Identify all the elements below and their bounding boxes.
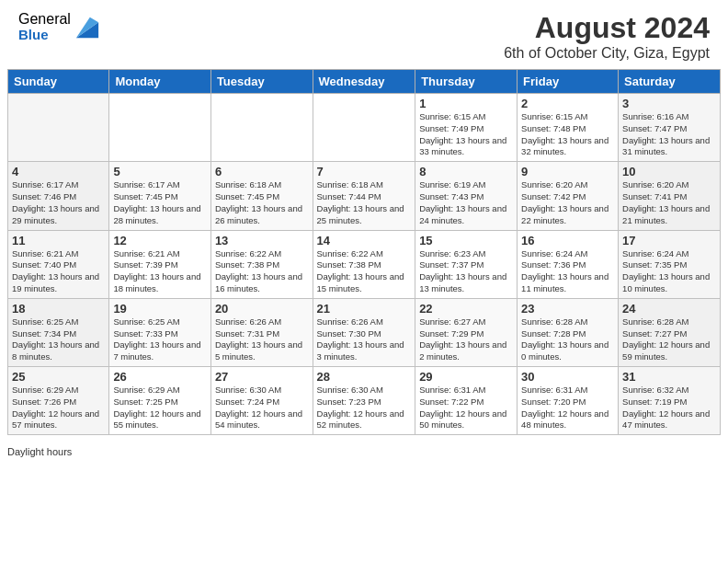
day-info: Sunrise: 6:25 AM Sunset: 7:34 PM Dayligh… — [12, 316, 105, 363]
table-row: 14Sunrise: 6:22 AM Sunset: 7:38 PM Dayli… — [313, 230, 415, 298]
day-info: Sunrise: 6:22 AM Sunset: 7:38 PM Dayligh… — [317, 248, 412, 295]
header-tuesday: Tuesday — [210, 70, 313, 94]
table-row: 10Sunrise: 6:20 AM Sunset: 7:41 PM Dayli… — [619, 162, 721, 230]
day-info: Sunrise: 6:26 AM Sunset: 7:30 PM Dayligh… — [317, 316, 412, 363]
header: General Blue August 2024 6th of October … — [0, 0, 728, 69]
calendar-week-row: 4Sunrise: 6:17 AM Sunset: 7:46 PM Daylig… — [8, 162, 721, 230]
day-info: Sunrise: 6:27 AM Sunset: 7:29 PM Dayligh… — [419, 316, 513, 363]
calendar-wrapper: Sunday Monday Tuesday Wednesday Thursday… — [0, 69, 728, 442]
table-row: 29Sunrise: 6:31 AM Sunset: 7:22 PM Dayli… — [415, 367, 518, 435]
day-number: 8 — [419, 165, 513, 178]
day-number: 13 — [215, 234, 309, 247]
sub-title: 6th of October City, Giza, Egypt — [504, 45, 710, 62]
table-row: 5Sunrise: 6:17 AM Sunset: 7:45 PM Daylig… — [109, 162, 211, 230]
calendar-week-row: 25Sunrise: 6:29 AM Sunset: 7:26 PM Dayli… — [8, 367, 721, 435]
table-row: 30Sunrise: 6:31 AM Sunset: 7:20 PM Dayli… — [518, 367, 619, 435]
table-row — [109, 94, 211, 162]
table-row: 13Sunrise: 6:22 AM Sunset: 7:38 PM Dayli… — [210, 230, 313, 298]
table-row: 18Sunrise: 6:25 AM Sunset: 7:34 PM Dayli… — [8, 298, 109, 366]
day-number: 31 — [622, 370, 716, 384]
table-row: 24Sunrise: 6:28 AM Sunset: 7:27 PM Dayli… — [619, 298, 721, 366]
day-info: Sunrise: 6:29 AM Sunset: 7:25 PM Dayligh… — [113, 385, 207, 431]
day-number: 28 — [317, 370, 412, 384]
calendar-week-row: 18Sunrise: 6:25 AM Sunset: 7:34 PM Dayli… — [8, 298, 721, 366]
calendar-week-row: 1Sunrise: 6:15 AM Sunset: 7:49 PM Daylig… — [8, 94, 721, 162]
header-friday: Friday — [518, 70, 619, 94]
day-info: Sunrise: 6:31 AM Sunset: 7:20 PM Dayligh… — [521, 385, 614, 431]
day-info: Sunrise: 6:20 AM Sunset: 7:42 PM Dayligh… — [521, 179, 614, 226]
day-info: Sunrise: 6:22 AM Sunset: 7:38 PM Dayligh… — [215, 248, 309, 295]
day-number: 30 — [521, 370, 614, 384]
logo-blue: Blue — [18, 28, 71, 43]
logo: General Blue — [18, 11, 100, 42]
calendar-header-row: Sunday Monday Tuesday Wednesday Thursday… — [8, 70, 721, 94]
table-row: 22Sunrise: 6:27 AM Sunset: 7:29 PM Dayli… — [415, 298, 518, 366]
table-row: 25Sunrise: 6:29 AM Sunset: 7:26 PM Dayli… — [8, 367, 109, 435]
table-row: 7Sunrise: 6:18 AM Sunset: 7:44 PM Daylig… — [313, 162, 415, 230]
day-info: Sunrise: 6:32 AM Sunset: 7:19 PM Dayligh… — [622, 385, 716, 431]
header-thursday: Thursday — [415, 70, 518, 94]
table-row: 27Sunrise: 6:30 AM Sunset: 7:24 PM Dayli… — [210, 367, 313, 435]
day-number: 12 — [113, 234, 207, 247]
day-info: Sunrise: 6:26 AM Sunset: 7:31 PM Dayligh… — [215, 316, 309, 363]
day-number: 23 — [521, 302, 614, 316]
table-row: 19Sunrise: 6:25 AM Sunset: 7:33 PM Dayli… — [109, 298, 211, 366]
day-number: 22 — [419, 302, 513, 316]
table-row: 11Sunrise: 6:21 AM Sunset: 7:40 PM Dayli… — [8, 230, 109, 298]
header-wednesday: Wednesday — [313, 70, 415, 94]
day-number: 24 — [622, 302, 716, 316]
day-info: Sunrise: 6:30 AM Sunset: 7:24 PM Dayligh… — [215, 385, 309, 431]
day-info: Sunrise: 6:23 AM Sunset: 7:37 PM Dayligh… — [419, 248, 513, 295]
day-number: 16 — [521, 234, 614, 247]
table-row — [313, 94, 415, 162]
day-number: 11 — [12, 234, 105, 247]
main-title: August 2024 — [504, 11, 710, 45]
day-info: Sunrise: 6:24 AM Sunset: 7:35 PM Dayligh… — [622, 248, 716, 295]
day-info: Sunrise: 6:31 AM Sunset: 7:22 PM Dayligh… — [419, 385, 513, 431]
header-saturday: Saturday — [619, 70, 721, 94]
table-row: 28Sunrise: 6:30 AM Sunset: 7:23 PM Dayli… — [313, 367, 415, 435]
table-row: 20Sunrise: 6:26 AM Sunset: 7:31 PM Dayli… — [210, 298, 313, 366]
table-row: 16Sunrise: 6:24 AM Sunset: 7:36 PM Dayli… — [518, 230, 619, 298]
day-info: Sunrise: 6:28 AM Sunset: 7:28 PM Dayligh… — [521, 316, 614, 363]
day-number: 18 — [12, 302, 105, 316]
logo-general: General — [18, 11, 71, 28]
table-row: 9Sunrise: 6:20 AM Sunset: 7:42 PM Daylig… — [518, 162, 619, 230]
table-row: 21Sunrise: 6:26 AM Sunset: 7:30 PM Dayli… — [313, 298, 415, 366]
day-info: Sunrise: 6:18 AM Sunset: 7:45 PM Dayligh… — [215, 179, 309, 226]
day-number: 29 — [419, 370, 513, 384]
day-number: 5 — [113, 165, 207, 178]
day-number: 17 — [622, 234, 716, 247]
table-row: 12Sunrise: 6:21 AM Sunset: 7:39 PM Dayli… — [109, 230, 211, 298]
day-number: 1 — [419, 97, 513, 110]
table-row — [210, 94, 313, 162]
logo-text: General Blue — [18, 11, 71, 42]
title-section: August 2024 6th of October City, Giza, E… — [504, 11, 710, 62]
table-row: 17Sunrise: 6:24 AM Sunset: 7:35 PM Dayli… — [619, 230, 721, 298]
day-info: Sunrise: 6:29 AM Sunset: 7:26 PM Dayligh… — [12, 385, 105, 431]
logo-icon — [74, 14, 100, 40]
header-monday: Monday — [109, 70, 211, 94]
day-info: Sunrise: 6:17 AM Sunset: 7:46 PM Dayligh… — [12, 179, 105, 226]
day-number: 7 — [317, 165, 412, 178]
day-info: Sunrise: 6:24 AM Sunset: 7:36 PM Dayligh… — [521, 248, 614, 295]
table-row: 31Sunrise: 6:32 AM Sunset: 7:19 PM Dayli… — [619, 367, 721, 435]
calendar-body: 1Sunrise: 6:15 AM Sunset: 7:49 PM Daylig… — [8, 94, 721, 435]
day-info: Sunrise: 6:15 AM Sunset: 7:49 PM Dayligh… — [419, 111, 513, 158]
table-row: 2Sunrise: 6:15 AM Sunset: 7:48 PM Daylig… — [518, 94, 619, 162]
calendar-table: Sunday Monday Tuesday Wednesday Thursday… — [7, 69, 721, 435]
day-number: 10 — [622, 165, 716, 178]
daylight-label: Daylight hours — [0, 442, 728, 457]
day-number: 19 — [113, 302, 207, 316]
header-sunday: Sunday — [8, 70, 109, 94]
day-number: 15 — [419, 234, 513, 247]
day-info: Sunrise: 6:25 AM Sunset: 7:33 PM Dayligh… — [113, 316, 207, 363]
day-info: Sunrise: 6:30 AM Sunset: 7:23 PM Dayligh… — [317, 385, 412, 431]
table-row: 1Sunrise: 6:15 AM Sunset: 7:49 PM Daylig… — [415, 94, 518, 162]
day-info: Sunrise: 6:20 AM Sunset: 7:41 PM Dayligh… — [622, 179, 716, 226]
table-row: 23Sunrise: 6:28 AM Sunset: 7:28 PM Dayli… — [518, 298, 619, 366]
day-number: 27 — [215, 370, 309, 384]
table-row — [8, 94, 109, 162]
table-row: 4Sunrise: 6:17 AM Sunset: 7:46 PM Daylig… — [8, 162, 109, 230]
day-info: Sunrise: 6:21 AM Sunset: 7:40 PM Dayligh… — [12, 248, 105, 295]
